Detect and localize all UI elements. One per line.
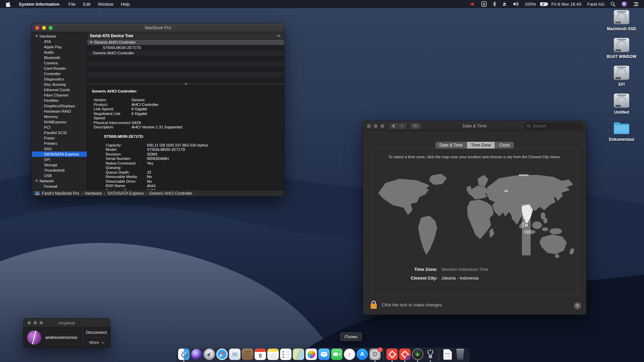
sidebar-item-hardware-raid[interactable]: Hardware RAID xyxy=(32,109,87,114)
dock-item-facetime[interactable] xyxy=(330,349,343,361)
sidebar-item-disc-burning[interactable]: Disc Burning xyxy=(32,82,87,87)
bluetooth-icon[interactable] xyxy=(491,0,498,8)
dock-item-launchpad[interactable] xyxy=(203,349,216,361)
user-menu[interactable]: Farid AG xyxy=(585,2,606,7)
path-item-machine[interactable]: Farid’s MacBook Pro xyxy=(42,191,79,196)
help-button[interactable]: ? xyxy=(574,302,581,309)
search-input[interactable]: Search xyxy=(525,123,582,129)
tab-time-zone[interactable]: Time Zone xyxy=(467,142,495,148)
sidebar-item-memory[interactable]: Memory xyxy=(32,114,87,119)
sidebar-item-ethernet-cards[interactable]: Ethernet Cards xyxy=(32,87,87,93)
menu-file[interactable]: File xyxy=(65,2,79,7)
dock-item-finder[interactable] xyxy=(177,349,190,361)
dock-item-calendar[interactable]: 8 xyxy=(254,349,267,361)
tree-row-st500lm030[interactable]: ST500LM030-2E717D xyxy=(87,45,284,50)
path-item-hardware[interactable]: Hardware xyxy=(85,191,102,196)
menu-help[interactable]: Help xyxy=(117,2,133,7)
system-information-title-bar[interactable]: MacBook Pro xyxy=(32,23,284,32)
closest-city-value[interactable]: Jakarta - Indonesia xyxy=(441,276,479,281)
siri-icon[interactable] xyxy=(620,0,629,8)
sidebar-group-network[interactable]: Network xyxy=(32,178,87,184)
dock-item-contacts[interactable] xyxy=(241,349,254,361)
tab-date-time[interactable]: Date & Time xyxy=(435,142,467,148)
device-tree-header[interactable]: Serial-ATA Device Tree xyxy=(87,32,284,40)
sidebar-group-hardware[interactable]: Hardware xyxy=(32,34,87,39)
sidebar-item-ata[interactable]: ATA xyxy=(32,39,87,44)
dock-item-messages[interactable] xyxy=(318,349,330,361)
anydesk-title-bar[interactable]: Anydesk xyxy=(23,318,110,327)
dock-item-itunes[interactable] xyxy=(343,349,356,361)
tree-row-generic-ahci-controller-2[interactable]: Generic AHCI Controller xyxy=(87,50,284,56)
sidebar-item-usb[interactable]: USB xyxy=(32,173,87,178)
pane-splitter[interactable] xyxy=(87,82,284,85)
path-item-sata[interactable]: SATA/SATA Express xyxy=(107,191,144,196)
sidebar-item-audio[interactable]: Audio xyxy=(32,50,87,55)
sidebar-item-diagnostics[interactable]: Diagnostics xyxy=(32,76,87,82)
tab-clock[interactable]: Clock xyxy=(495,142,514,148)
dock-item-anydesk[interactable] xyxy=(386,349,398,361)
sidebar-item-apple-pay[interactable]: Apple Pay xyxy=(32,44,87,50)
notification-center-icon[interactable] xyxy=(631,0,641,8)
date-time-title-bar[interactable]: Date & Time Search xyxy=(363,121,586,131)
sidebar-item-power[interactable]: Power xyxy=(32,135,87,141)
desktop-icon-untitled[interactable]: Untitled xyxy=(603,93,640,115)
desktop-icon-efi[interactable]: EFI xyxy=(603,65,640,87)
close-button[interactable] xyxy=(367,124,371,128)
sidebar-item-parallel-scsi[interactable]: Parallel SCSI xyxy=(32,130,87,135)
sidebar-item-graphics-displays[interactable]: Graphics/Displays xyxy=(32,103,87,109)
volume-icon[interactable] xyxy=(511,0,521,8)
dock-item-app-store[interactable] xyxy=(356,349,369,361)
zoom-button[interactable] xyxy=(380,124,384,128)
menu-edit[interactable]: Edit xyxy=(79,2,94,7)
more-button[interactable]: More xyxy=(83,337,110,347)
dock-item-safari[interactable] xyxy=(216,349,228,361)
dock-item-mail[interactable] xyxy=(228,349,241,361)
dock-item-clover-configurator[interactable] xyxy=(411,349,424,361)
minimize-button[interactable] xyxy=(374,124,378,128)
dock-item-photos[interactable] xyxy=(305,349,318,361)
sidebar-item-firewire[interactable]: FireWire xyxy=(32,98,87,103)
anydesk-menu-icon[interactable] xyxy=(467,0,477,8)
sidebar-item-fibre-channel[interactable]: Fibre Channel xyxy=(32,93,87,98)
dock-item-trash[interactable] xyxy=(454,349,467,361)
world-map[interactable] xyxy=(372,172,577,258)
dock-item-anydesk-2[interactable] xyxy=(398,349,411,361)
lock-icon[interactable] xyxy=(370,300,378,309)
sidebar-item-nvmexpress[interactable]: NVMExpress xyxy=(32,119,87,125)
sidebar-item-pci[interactable]: PCI xyxy=(32,125,87,130)
menu-clock[interactable]: Fri 8 Nov 16.43 xyxy=(549,2,583,7)
disconnect-button[interactable]: Disconnect xyxy=(83,327,110,337)
eject-icon[interactable] xyxy=(500,0,509,8)
dock-item-siri[interactable] xyxy=(190,349,203,361)
dock-item-maps[interactable] xyxy=(292,349,305,361)
active-app-name[interactable]: System Information xyxy=(15,2,63,7)
sidebar-item-firewall[interactable]: Firewall xyxy=(32,184,87,189)
path-item-controller[interactable]: Generic AHCI Controller xyxy=(149,191,193,196)
sidebar-item-storage[interactable]: Storage xyxy=(32,162,87,168)
dock-item-kext-utility[interactable] xyxy=(424,349,437,361)
battery-icon[interactable] xyxy=(540,2,547,6)
sidebar-item-bluetooth[interactable]: Bluetooth xyxy=(32,55,87,60)
apple-menu[interactable] xyxy=(0,1,15,7)
desktop-icon-dokumentasi[interactable]: Dokumentasi xyxy=(603,121,640,142)
menu-window[interactable]: Window xyxy=(94,2,117,7)
dock-item-system-preferences[interactable]: 1 xyxy=(369,349,381,361)
show-all-button[interactable] xyxy=(410,123,421,129)
sidebar-item-sas[interactable]: SAS xyxy=(32,146,87,152)
sidebar-item-card-reader[interactable]: Card Reader xyxy=(32,66,87,71)
sidebar-item-sata-sata-express[interactable]: SATA/SATA Express xyxy=(32,152,87,157)
dock-item-document[interactable] xyxy=(441,349,454,361)
sidebar-item-camera[interactable]: Camera xyxy=(32,60,87,66)
dock-item-reminders[interactable] xyxy=(279,349,292,361)
sidebar-item-spi[interactable]: SPI xyxy=(32,157,87,162)
forward-button[interactable] xyxy=(398,123,407,129)
desktop-icon-macintosh-ssd[interactable]: Macintosh SSD xyxy=(603,9,640,31)
desktop-icon-buat-window[interactable]: BUAT WINDOW xyxy=(603,37,640,59)
back-button[interactable] xyxy=(389,123,398,129)
tree-row-generic-ahci-controller[interactable]: Generic AHCI Controller xyxy=(87,40,284,45)
sidebar-item-printers[interactable]: Printers xyxy=(32,141,87,146)
dock-item-notes[interactable] xyxy=(267,349,279,361)
sidebar-item-controller[interactable]: Controller xyxy=(32,71,87,76)
activity-monitor-icon[interactable] xyxy=(479,0,489,8)
collapse-chevron-icon[interactable] xyxy=(277,35,280,38)
